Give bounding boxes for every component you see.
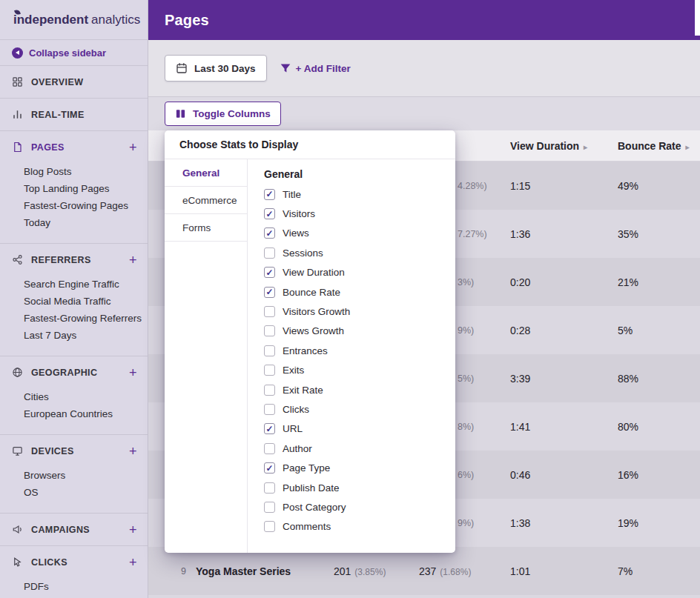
sidebar-item-campaigns[interactable]: CAMPAIGNS bbox=[0, 513, 148, 545]
checkbox[interactable] bbox=[264, 502, 275, 513]
plus-icon[interactable] bbox=[129, 445, 137, 458]
views-cell-partial: 8%) bbox=[458, 422, 474, 432]
stat-option-clicks[interactable]: Clicks bbox=[264, 399, 455, 419]
page-title-cell[interactable]: Yoga Master Series bbox=[196, 565, 291, 577]
sidebar-item-today[interactable]: Today bbox=[0, 214, 148, 231]
sidebar-item-pdfs[interactable]: PDFs bbox=[0, 578, 148, 595]
checkbox[interactable] bbox=[264, 227, 275, 239]
page-title: Pages bbox=[165, 12, 209, 29]
bounce-rate-cell: 35% bbox=[618, 228, 638, 240]
stat-option-url[interactable]: URL bbox=[264, 419, 455, 439]
column-header-view-duration[interactable]: View Duration bbox=[510, 130, 587, 162]
checkbox[interactable] bbox=[264, 482, 275, 494]
views-cell-partial: 9%) bbox=[458, 518, 474, 528]
checkbox[interactable] bbox=[264, 443, 275, 454]
plus-icon[interactable] bbox=[129, 141, 137, 154]
stat-option-visitors-growth[interactable]: Visitors Growth bbox=[264, 302, 455, 321]
sidebar-item-cities[interactable]: Cities bbox=[0, 388, 148, 405]
checkbox[interactable] bbox=[264, 404, 275, 415]
checkbox[interactable] bbox=[264, 208, 275, 219]
add-filter-button[interactable]: + Add Filter bbox=[280, 63, 351, 74]
checkbox[interactable] bbox=[264, 462, 275, 474]
columns-icon bbox=[175, 108, 186, 119]
calendar-icon bbox=[176, 62, 188, 74]
tab-forms[interactable]: Forms bbox=[165, 214, 247, 242]
sidebar-item-fastest-growing-referrers[interactable]: Fastest-Growing Referrers bbox=[0, 310, 148, 327]
sidebar: independent analytics Collapse sidebar O… bbox=[0, 0, 148, 598]
sidebar-item-pages[interactable]: PAGES bbox=[0, 130, 148, 163]
plus-icon[interactable] bbox=[129, 556, 137, 569]
stat-option-label: Sessions bbox=[283, 247, 323, 259]
sidebar-item-fastest-growing-pages[interactable]: Fastest-Growing Pages bbox=[0, 197, 148, 214]
tab-general[interactable]: General bbox=[165, 159, 247, 187]
sidebar-section-label: CAMPAIGNS bbox=[31, 525, 90, 535]
sidebar-item-overview[interactable]: OVERVIEW bbox=[0, 65, 148, 98]
sidebar-item-os[interactable]: OS bbox=[0, 484, 148, 501]
column-chooser-popover: Choose Stats to Display General eCommerc… bbox=[165, 130, 455, 553]
stat-option-exit-rate[interactable]: Exit Rate bbox=[264, 380, 455, 399]
checkbox[interactable] bbox=[264, 345, 275, 356]
tab-ecommerce[interactable]: eCommerce bbox=[165, 187, 247, 214]
column-header-bounce-rate[interactable]: Bounce Rate bbox=[618, 130, 690, 162]
checkbox[interactable] bbox=[264, 247, 275, 259]
checkbox[interactable] bbox=[264, 325, 275, 336]
sidebar-item-referrers[interactable]: REFERRERS bbox=[0, 243, 148, 276]
stat-option-sessions[interactable]: Sessions bbox=[264, 243, 455, 262]
plus-icon[interactable] bbox=[129, 253, 137, 267]
checkbox[interactable] bbox=[264, 267, 275, 278]
checkbox[interactable] bbox=[264, 521, 275, 532]
toggle-columns-button[interactable]: Toggle Columns bbox=[165, 102, 281, 126]
row-number: 9 bbox=[181, 566, 186, 577]
sidebar-item-browsers[interactable]: Browsers bbox=[0, 467, 148, 484]
sidebar-section-label: DEVICES bbox=[31, 446, 74, 456]
checkbox[interactable] bbox=[264, 306, 275, 317]
sidebar-section-label: OVERVIEW bbox=[31, 77, 83, 87]
checkbox[interactable] bbox=[264, 423, 275, 434]
views-cell-partial: 7.27%) bbox=[458, 229, 487, 239]
stat-option-publish-date[interactable]: Publish Date bbox=[264, 478, 455, 497]
sidebar-item-geographic[interactable]: GEOGRAPHIC bbox=[0, 356, 148, 388]
sidebar-section-devices: DEVICES Browsers OS bbox=[0, 434, 148, 513]
collapse-sidebar-button[interactable]: Collapse sidebar bbox=[0, 40, 148, 65]
stat-option-exits[interactable]: Exits bbox=[264, 361, 455, 380]
checkbox[interactable] bbox=[264, 385, 275, 396]
checkbox[interactable] bbox=[264, 287, 275, 298]
sidebar-item-clicks[interactable]: CLICKS bbox=[0, 545, 148, 578]
referrers-icon bbox=[12, 254, 24, 266]
stat-option-title[interactable]: Title bbox=[264, 185, 455, 204]
stat-option-view-duration[interactable]: View Duration bbox=[264, 263, 455, 282]
stat-option-comments[interactable]: Comments bbox=[264, 517, 455, 536]
sidebar-item-last-7-days[interactable]: Last 7 Days bbox=[0, 327, 148, 344]
plus-icon[interactable] bbox=[129, 523, 137, 536]
stat-option-views[interactable]: Views bbox=[264, 224, 455, 243]
stat-option-views-growth[interactable]: Views Growth bbox=[264, 322, 455, 341]
stat-option-visitors[interactable]: Visitors bbox=[264, 204, 455, 223]
checkbox[interactable] bbox=[264, 189, 275, 200]
scrollbar[interactable] bbox=[695, 0, 700, 36]
stat-option-entrances[interactable]: Entrances bbox=[264, 341, 455, 360]
checkbox[interactable] bbox=[264, 365, 275, 376]
sidebar-section-clicks: CLICKS PDFs bbox=[0, 545, 148, 598]
date-range-button[interactable]: Last 30 Days bbox=[165, 55, 267, 82]
sidebar-item-blog-posts[interactable]: Blog Posts bbox=[0, 163, 148, 180]
sidebar-item-european-countries[interactable]: European Countries bbox=[0, 405, 148, 422]
stat-option-author[interactable]: Author bbox=[264, 439, 455, 458]
sidebar-item-devices[interactable]: DEVICES bbox=[0, 434, 148, 467]
views-cell-partial: 3%) bbox=[458, 277, 474, 288]
sidebar-item-realtime[interactable]: REAL-TIME bbox=[0, 98, 148, 130]
sidebar-item-social-media-traffic[interactable]: Social Media Traffic bbox=[0, 293, 148, 310]
sidebar-section-realtime: REAL-TIME bbox=[0, 98, 148, 130]
stat-option-label: Title bbox=[283, 189, 301, 200]
sidebar-item-top-landing-pages[interactable]: Top Landing Pages bbox=[0, 180, 148, 197]
table-row-partial bbox=[148, 595, 700, 598]
popover-body: General eCommerce Forms General Title Vi… bbox=[165, 159, 455, 553]
stat-option-page-type[interactable]: Page Type bbox=[264, 458, 455, 477]
plus-icon[interactable] bbox=[129, 366, 137, 379]
stat-option-bounce-rate[interactable]: Bounce Rate bbox=[264, 282, 455, 302]
stat-option-post-category[interactable]: Post Category bbox=[264, 497, 455, 516]
sidebar-item-search-engine-traffic[interactable]: Search Engine Traffic bbox=[0, 276, 148, 293]
page-header: Pages bbox=[148, 0, 700, 40]
table-row[interactable]: 9 Yoga Master Series 201(3.85%) 237(1.68… bbox=[148, 547, 700, 595]
sort-caret-icon bbox=[579, 140, 587, 152]
view-duration-cell: 3:39 bbox=[510, 373, 530, 385]
